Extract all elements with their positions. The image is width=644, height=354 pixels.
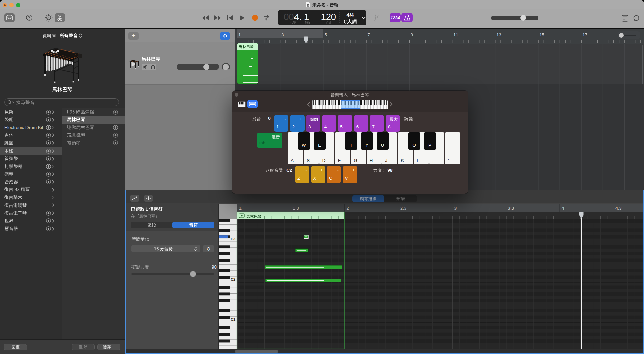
- svg-text:3.3: 3.3: [508, 206, 514, 211]
- svg-text:4.3: 4.3: [615, 206, 621, 211]
- svg-text:4: 4: [562, 206, 564, 211]
- svg-text:3: 3: [454, 206, 457, 211]
- svg-text:2: 2: [347, 206, 349, 211]
- svg-text:2.3: 2.3: [400, 206, 406, 211]
- svg-text:1.3: 1.3: [293, 206, 299, 211]
- svg-text:1: 1: [239, 206, 241, 211]
